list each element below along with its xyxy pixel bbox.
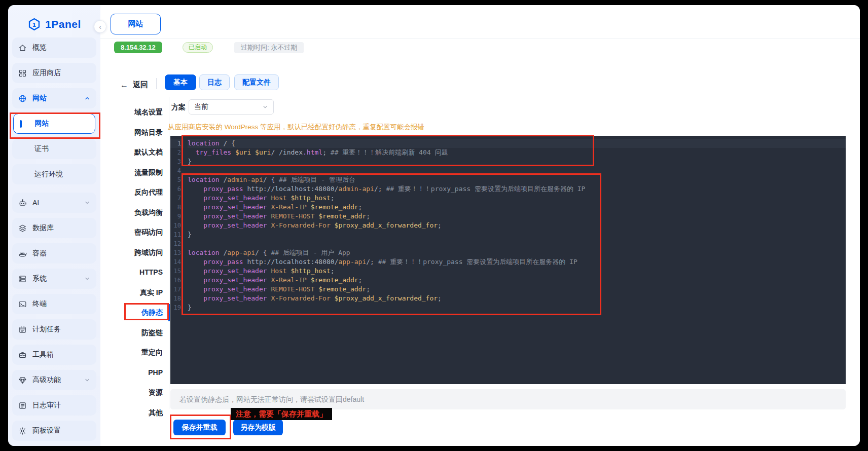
- container-icon: [18, 249, 27, 258]
- sidebar-menu: 概览应用商店网站网站证书运行环境AI数据库容器系统终端计划任务工具箱高级功能日志…: [12, 37, 96, 446]
- tab-basic[interactable]: 基本: [165, 74, 196, 90]
- settings-nav-item-其他[interactable]: 其他: [100, 403, 163, 423]
- back-button[interactable]: ← 返回: [120, 80, 148, 90]
- app-store-icon: [18, 69, 27, 78]
- 1panel-logo-icon: 1: [27, 18, 41, 31]
- code-line: proxy_set_header REMOTE-HOST $remote_add…: [188, 212, 846, 221]
- chevron-down-icon: [84, 200, 90, 206]
- editor-gutter: 12345678910111213141516171819: [170, 136, 184, 384]
- settings-nav-item-资源[interactable]: 资源: [100, 383, 163, 403]
- sidebar-item-cron[interactable]: 计划任务: [12, 319, 96, 340]
- sidebar-item-label: 概览: [32, 43, 47, 52]
- sidebar-item-ai[interactable]: AI: [12, 193, 96, 213]
- sidebar-item-terminal[interactable]: 终端: [12, 294, 96, 314]
- code-line: location / {: [188, 139, 846, 148]
- sidebar-item-advanced[interactable]: 高级功能: [12, 370, 96, 390]
- code-line: proxy_set_header X-Forwarded-For $proxy_…: [188, 294, 846, 303]
- audit-icon: [18, 401, 27, 410]
- toolbar-divider: [156, 78, 157, 89]
- sidebar-item-overview[interactable]: 概览: [12, 37, 96, 58]
- settings-nav-item-PHP[interactable]: PHP: [100, 363, 163, 383]
- code-line: location /app-api/ { ## 后端项目 - 用户 App: [188, 248, 846, 257]
- back-arrow-icon: ←: [120, 81, 128, 90]
- home-icon: [18, 44, 27, 52]
- tab-config-file[interactable]: 配置文件: [234, 74, 279, 90]
- settings-nav-item-域名设置[interactable]: 域名设置: [100, 102, 163, 123]
- status-running-badge: 已启动: [183, 42, 213, 53]
- settings-nav: 域名设置网站目录默认文档流量限制反向代理负载均衡密码访问跨域访问HTTPS真实 …: [100, 102, 163, 423]
- svg-text:1: 1: [32, 21, 37, 28]
- calendar-icon: [18, 325, 27, 334]
- settings-nav-divider: [169, 97, 169, 409]
- code-line: [188, 166, 846, 175]
- settings-nav-item-真实 IP[interactable]: 真实 IP: [100, 283, 163, 303]
- code-line: location /admin-api/ { ## 后端项目 - 管理后台: [188, 175, 846, 184]
- code-line: proxy_set_header X-Forwarded-For $proxy_…: [188, 221, 846, 230]
- sidebar-item-toolbox[interactable]: 工具箱: [12, 345, 96, 365]
- code-line: [188, 239, 846, 248]
- rewrite-note: 若设置伪静态后，网站无法正常访问，请尝试设置回default: [170, 389, 846, 409]
- sidebar-item-label: 终端: [32, 299, 47, 309]
- settings-nav-item-跨域访问[interactable]: 跨域访问: [100, 243, 163, 263]
- settings-nav-item-伪静态[interactable]: 伪静态: [100, 303, 163, 323]
- save-as-template-button[interactable]: 另存为模版: [233, 420, 283, 435]
- sidebar-item-system[interactable]: 系统: [12, 269, 96, 289]
- sidebar-item-label: 容器: [32, 249, 47, 258]
- code-line: }: [188, 157, 846, 166]
- sidebar-item-log-audit[interactable]: 日志审计: [12, 395, 96, 416]
- chevron-up-icon: [84, 95, 90, 101]
- settings-nav-item-网站目录[interactable]: 网站目录: [100, 123, 163, 143]
- code-line: }: [188, 230, 846, 239]
- sidebar-item-settings[interactable]: 面板设置: [12, 421, 96, 441]
- site-ip-badge: 8.154.32.12: [114, 42, 162, 53]
- robot-icon: [18, 199, 27, 207]
- sidebar-item-label: 系统: [32, 274, 47, 283]
- code-line: }: [188, 303, 846, 312]
- rewrite-code-editor[interactable]: 12345678910111213141516171819 location /…: [170, 136, 846, 384]
- sidebar-subitem-label: 网站: [35, 119, 49, 128]
- main-content: 网站 8.154.32.12 已启动 过期时间: 永不过期 ← 返回 基本 日志…: [100, 5, 860, 446]
- code-line: proxy_pass http://localhost:48080/app-ap…: [188, 257, 846, 267]
- selected-indicator-bar: [20, 120, 22, 128]
- scheme-label: 方案: [171, 103, 186, 112]
- sidebar-subitem-website-runtime[interactable]: 运行环境: [12, 164, 96, 184]
- code-line: proxy_set_header X-Real-IP $remote_addr;: [188, 276, 846, 285]
- settings-nav-item-密码访问[interactable]: 密码访问: [100, 222, 163, 243]
- logo: 1 1Panel: [8, 14, 100, 34]
- settings-nav-item-默认文档[interactable]: 默认文档: [100, 142, 163, 163]
- sidebar-subitem-website-certs[interactable]: 证书: [12, 139, 96, 159]
- sidebar: 1 1Panel 概览应用商店网站网站证书运行环境AI数据库容器系统终端计划任务…: [8, 5, 100, 446]
- scheme-select[interactable]: 当前: [189, 99, 274, 115]
- settings-nav-item-负载均衡[interactable]: 负载均衡: [100, 203, 163, 223]
- code-line: try_files $uri $uri/ /index.html; ## 重要！…: [188, 148, 846, 157]
- chevron-down-icon: [262, 104, 268, 110]
- settings-nav-item-重定向[interactable]: 重定向: [100, 343, 163, 363]
- sidebar-item-label: 计划任务: [32, 325, 61, 334]
- settings-nav-item-流量限制[interactable]: 流量限制: [100, 163, 163, 183]
- sidebar-item-website[interactable]: 网站: [12, 88, 96, 108]
- settings-nav-item-HTTPS[interactable]: HTTPS: [100, 262, 163, 283]
- sidebar-item-label: AI: [32, 199, 39, 207]
- globe-icon: [18, 94, 27, 103]
- sidebar-item-app-store[interactable]: 应用商店: [12, 63, 96, 83]
- save-reload-button[interactable]: 保存并重载: [173, 420, 226, 435]
- sidebar-item-database[interactable]: 数据库: [12, 218, 96, 238]
- sidebar-item-label: 应用商店: [32, 68, 61, 78]
- sidebar-subitem-website-sites[interactable]: 网站: [13, 114, 95, 134]
- sidebar-item-label: 工具箱: [32, 350, 54, 359]
- tab-website[interactable]: 网站: [111, 14, 161, 34]
- sidebar-item-container[interactable]: 容器: [12, 243, 96, 264]
- terminal-icon: [18, 300, 27, 309]
- toolbox-icon: [18, 351, 27, 359]
- settings-nav-item-反向代理[interactable]: 反向代理: [100, 182, 163, 203]
- diamond-icon: [18, 376, 27, 385]
- sidebar-collapse-button[interactable]: ‹: [94, 20, 106, 33]
- editor-code: location / { try_files $uri $uri/ /index…: [184, 136, 846, 384]
- settings-nav-active-indicator: [168, 304, 170, 321]
- settings-nav-item-防盗链[interactable]: 防盗链: [100, 323, 163, 343]
- code-line: proxy_set_header Host $http_host;: [188, 267, 846, 276]
- tab-logs[interactable]: 日志: [199, 74, 230, 90]
- code-line: proxy_set_header Host $http_host;: [188, 194, 846, 203]
- rewrite-warning-text: 从应用商店安装的 WordPress 等应用，默认已经配置好伪静态，重复配置可能…: [168, 123, 424, 132]
- sidebar-item-label: 面板设置: [32, 426, 61, 435]
